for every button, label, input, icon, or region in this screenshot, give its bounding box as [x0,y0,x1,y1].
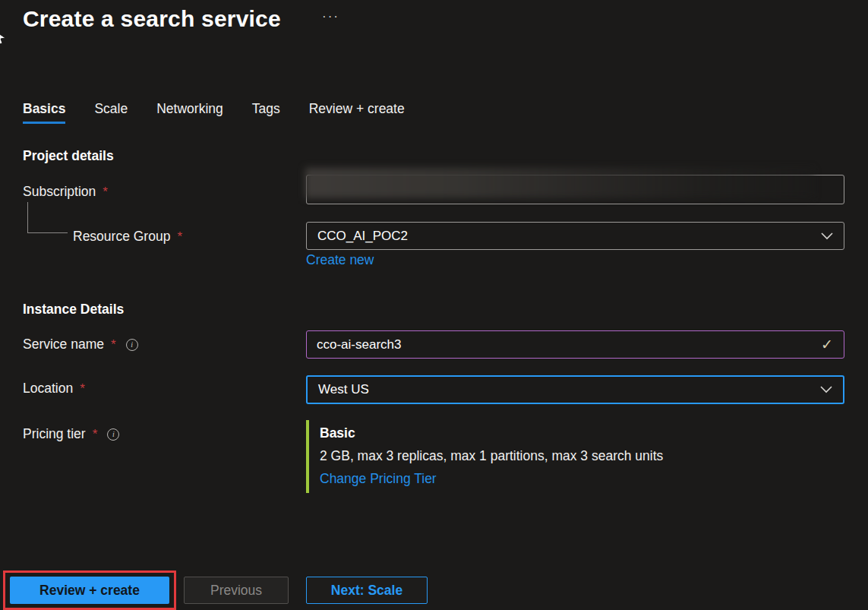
pricing-tier-summary: Basic 2 GB, max 3 replicas, max 1 partit… [306,420,731,493]
resource-group-value: CCO_AI_POC2 [307,229,821,244]
service-name-field: ✓ [306,330,844,359]
info-icon[interactable]: i [107,428,119,441]
project-details-heading: Project details [23,148,114,164]
review-create-button[interactable]: Review + create [10,577,169,604]
service-name-label: Service name* i [23,337,138,352]
pricing-tier-name: Basic [320,425,731,441]
change-pricing-tier-link[interactable]: Change Pricing Tier [320,471,731,487]
wizard-tabs: Basics Scale Networking Tags Review + cr… [23,101,405,124]
previous-button[interactable]: Previous [184,577,289,604]
chevron-down-icon [821,232,833,240]
redacted-subscription-value [305,168,814,198]
create-search-service-page: Create a search service ··· Basics Scale… [0,0,868,610]
tab-networking[interactable]: Networking [156,101,223,124]
instance-details-heading: Instance Details [23,302,124,318]
subscription-field[interactable] [306,175,844,204]
required-asterisk: * [80,381,85,397]
tab-basics[interactable]: Basics [23,101,65,124]
pricing-tier-description: 2 GB, max 3 replicas, max 1 partitions, … [320,448,731,464]
mouse-cursor-icon [0,30,10,46]
location-value: West US [308,382,820,397]
info-icon[interactable]: i [126,339,138,351]
subscription-label: Subscription* [23,184,108,200]
hierarchy-connector-line [27,232,68,233]
tab-scale[interactable]: Scale [94,101,128,124]
tab-review-create[interactable]: Review + create [309,101,405,124]
tab-tags[interactable]: Tags [252,101,280,124]
page-title: Create a search service [23,6,281,32]
required-asterisk: * [103,185,108,200]
next-scale-button[interactable]: Next: Scale [306,577,428,604]
pricing-tier-label: Pricing tier* i [23,426,119,442]
more-options-icon[interactable]: ··· [322,9,339,24]
location-label: Location* [23,381,85,397]
required-asterisk: * [177,229,182,245]
resource-group-label: Resource Group* [73,229,182,245]
service-name-input[interactable] [307,337,821,352]
resource-group-dropdown[interactable]: CCO_AI_POC2 [306,222,844,250]
required-asterisk: * [111,337,116,352]
hierarchy-connector-line [27,202,28,233]
create-new-link[interactable]: Create new [306,252,374,268]
location-dropdown[interactable]: West US [306,375,844,404]
chevron-down-icon [820,386,832,393]
valid-checkmark-icon: ✓ [821,336,833,353]
required-asterisk: * [93,427,98,442]
